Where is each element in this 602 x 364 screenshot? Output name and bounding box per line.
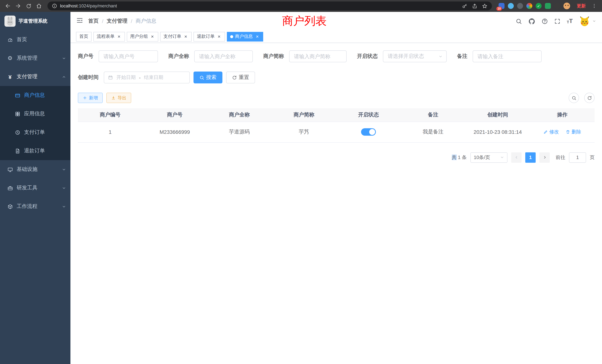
user-menu[interactable] (579, 16, 596, 27)
github-link[interactable] (528, 18, 535, 25)
sidebar-item-payment-orders[interactable]: 支付订单 (0, 123, 70, 142)
browser-reload-button[interactable] (24, 1, 33, 11)
goto-page-input[interactable] (569, 152, 586, 162)
trash-icon (566, 130, 570, 134)
sidebar-item-label: 研发工具 (17, 185, 37, 191)
toggle-search-button[interactable] (569, 93, 579, 103)
browser-home-button[interactable] (34, 1, 44, 11)
extension-icon[interactable]: 10 (499, 3, 505, 9)
page-size-select[interactable]: 10条/页 (470, 152, 507, 162)
close-icon[interactable]: × (216, 34, 222, 39)
chevron-left-icon (514, 155, 518, 159)
hamburger-icon (76, 17, 83, 24)
status-toggle[interactable] (361, 128, 376, 136)
font-size-button[interactable]: TT (567, 18, 573, 24)
delete-link[interactable]: 删除 (566, 129, 581, 135)
export-button[interactable]: 导出 (106, 93, 131, 103)
pencil-icon (543, 130, 548, 134)
breadcrumb-home[interactable]: 首页 (88, 18, 99, 24)
fullscreen-button[interactable] (554, 18, 560, 24)
sidebar-item-label: 应用信息 (24, 110, 45, 117)
status-select[interactable]: 请选择开启状态 (383, 50, 447, 62)
sidebar-item-home[interactable]: 首页 (0, 30, 70, 49)
cell-id: 1 (78, 122, 142, 142)
address-bar[interactable]: localhost:1024/pay/merchant (47, 1, 492, 10)
extension-icon[interactable] (526, 3, 532, 9)
plus-icon (83, 96, 87, 100)
tab-merchant-info[interactable]: 商户信息× (227, 32, 263, 41)
password-key-icon[interactable] (462, 3, 467, 9)
col-header-remark: 备注 (401, 108, 466, 122)
status-label: 开启状态 (357, 53, 383, 60)
yen-icon: ¥ (7, 73, 13, 80)
extension-badge: 10 (496, 7, 502, 11)
remark-input[interactable] (473, 50, 542, 62)
header-search-button[interactable] (516, 18, 522, 24)
full-name-input[interactable] (194, 50, 253, 62)
start-date-placeholder: 开始日期 (116, 74, 136, 81)
tab-refund-orders[interactable]: 退款订单× (194, 32, 225, 41)
browser-profile-avatar[interactable] (563, 3, 570, 9)
close-icon[interactable]: × (255, 34, 260, 39)
sidebar-item-payment[interactable]: ¥ 支付管理 (0, 67, 70, 86)
create-time-range-picker[interactable]: 开始日期 - 结束日期 (104, 72, 190, 83)
chevron-up-icon (62, 75, 66, 79)
site-info-icon[interactable] (52, 3, 57, 9)
bookmark-star-icon[interactable] (482, 3, 487, 9)
sidebar-item-dev-tools[interactable]: 研发工具 (0, 179, 70, 197)
extension-icon[interactable]: ✓ (536, 3, 542, 9)
chevron-down-icon (500, 155, 504, 159)
back-arrow-icon (5, 3, 11, 9)
cell-full-name: 芋道源码 (207, 122, 272, 142)
logo-link[interactable]: 芋道管理系统 (0, 12, 70, 30)
browser-update-button[interactable]: 更新 (577, 3, 586, 9)
share-icon[interactable] (472, 3, 477, 9)
browser-forward-button[interactable] (13, 1, 23, 11)
merchant-no-input[interactable] (99, 50, 158, 62)
end-date-placeholder: 结束日期 (144, 74, 163, 81)
breadcrumb-separator: / (131, 18, 132, 24)
extension-icon[interactable] (554, 3, 560, 9)
clock-order-icon (14, 129, 21, 136)
sidebar-item-system[interactable]: ⚙ 系统管理 (0, 49, 70, 67)
sidebar-item-refund-orders[interactable]: 退款订单 (0, 142, 70, 160)
col-header-status: 开启状态 (336, 108, 401, 122)
payment-submenu: 商户信息 应用信息 支付订单 (0, 86, 70, 160)
sidebar-toggle-button[interactable] (76, 17, 83, 25)
add-button[interactable]: 新增 (78, 93, 103, 103)
merchant-list-page: 商户号 商户全称 商户简称 开启状态 请选择开启状态 (70, 43, 602, 364)
browser-back-button[interactable] (3, 1, 13, 11)
tab-home[interactable]: 首页 (76, 32, 92, 41)
refresh-table-button[interactable] (584, 93, 595, 103)
help-button[interactable] (542, 18, 548, 24)
prev-page-button[interactable] (511, 152, 522, 162)
reset-button[interactable]: 重置 (226, 72, 255, 83)
github-icon (528, 18, 535, 25)
extension-icon[interactable] (508, 3, 514, 9)
edit-link[interactable]: 修改 (543, 129, 559, 135)
tab-process-form[interactable]: 流程表单× (93, 32, 125, 41)
browser-menu-button[interactable] (589, 1, 599, 11)
close-icon[interactable]: × (116, 34, 122, 39)
page-number-button[interactable]: 1 (525, 152, 536, 162)
close-icon[interactable]: × (150, 34, 155, 39)
close-icon[interactable]: × (183, 34, 188, 39)
tab-user-group[interactable]: 用户分组× (127, 32, 158, 41)
sidebar-item-merchant-info[interactable]: 商户信息 (0, 86, 70, 105)
tab-label: 首页 (79, 33, 88, 40)
search-button[interactable]: 搜索 (194, 72, 222, 83)
sidebar-item-app-info[interactable]: 应用信息 (0, 105, 70, 123)
merchant-table: 商户编号 商户号 商户全称 商户简称 开启状态 备注 创建时间 操作 1 (78, 108, 595, 142)
tab-payment-orders[interactable]: 支付订单× (160, 32, 192, 41)
extension-icon[interactable] (545, 3, 551, 9)
breadcrumb-payment[interactable]: 支付管理 (107, 18, 128, 24)
cell-actions: 修改 删除 (530, 122, 595, 142)
breadcrumb-current: 商户信息 (136, 18, 156, 24)
sidebar-item-workflow[interactable]: 工作流程 (0, 197, 70, 216)
sidebar-item-infrastructure[interactable]: 基础设施 (0, 160, 70, 179)
extension-icon[interactable] (517, 3, 523, 9)
next-page-button[interactable] (539, 152, 550, 162)
reset-button-label: 重置 (239, 74, 249, 81)
sidebar-item-label: 首页 (17, 36, 27, 43)
short-name-input[interactable] (289, 50, 347, 62)
